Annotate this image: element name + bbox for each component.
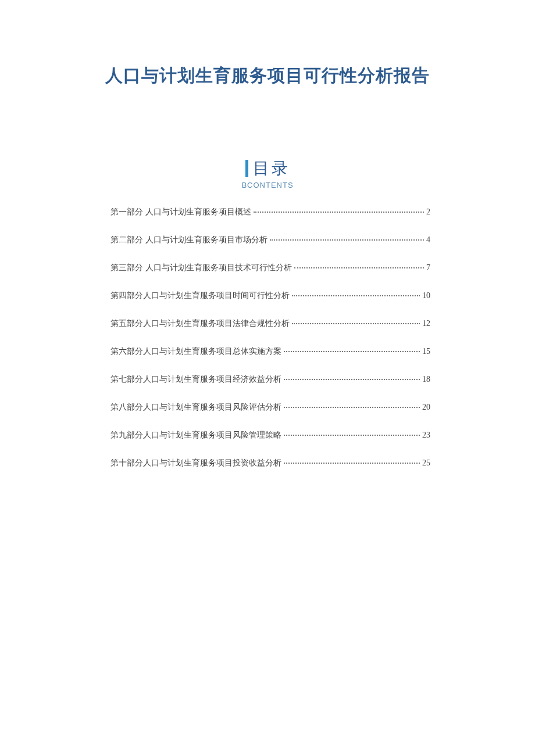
toc-item-page: 12 (422, 319, 430, 328)
toc-dots (270, 239, 425, 241)
toc-item-label: 第四部分人口与计划生育服务项目时间可行性分析 (110, 291, 290, 301)
toc-item: 第十部分人口与计划生育服务项目投资收益分析 25 (110, 458, 430, 468)
toc-item: 第四部分人口与计划生育服务项目时间可行性分析 10 (110, 291, 430, 301)
toc-item-page: 4 (426, 235, 430, 245)
toc-dots (292, 295, 420, 296)
toc-dots (292, 323, 420, 324)
toc-title-row: 目录 (245, 157, 290, 180)
toc-item-label: 第八部分人口与计划生育服务项目风险评估分析 (110, 402, 281, 413)
toc-bar-icon (245, 160, 248, 177)
toc-item-page: 23 (422, 431, 430, 440)
toc-dots (284, 379, 420, 380)
toc-item: 第九部分人口与计划生育服务项目风险管理策略 23 (110, 430, 430, 440)
toc-item-page: 10 (422, 291, 430, 300)
toc-item-page: 20 (422, 403, 430, 412)
toc-list: 第一部分 人口与计划生育服务项目概述 2 第二部分 人口与计划生育服务项目市场分… (105, 207, 430, 468)
toc-title: 目录 (253, 157, 290, 180)
toc-item: 第八部分人口与计划生育服务项目风险评估分析 20 (110, 402, 430, 413)
toc-item-page: 25 (422, 458, 430, 468)
toc-item-label: 第六部分人口与计划生育服务项目总体实施方案 (110, 346, 281, 357)
toc-item-label: 第五部分人口与计划生育服务项目法律合规性分析 (110, 318, 290, 329)
toc-item-page: 18 (422, 375, 430, 384)
page-title: 人口与计划生育服务项目可行性分析报告 (0, 0, 535, 88)
toc-item-label: 第一部分 人口与计划生育服务项目概述 (110, 207, 251, 217)
toc-item-page: 7 (426, 263, 430, 273)
toc-item-label: 第二部分 人口与计划生育服务项目市场分析 (110, 235, 268, 245)
toc-dots (284, 407, 420, 408)
toc-dots (284, 351, 420, 352)
toc-item: 第五部分人口与计划生育服务项目法律合规性分析 12 (110, 318, 430, 329)
toc-item: 第六部分人口与计划生育服务项目总体实施方案 15 (110, 346, 430, 357)
toc-subtitle: BCONTENTS (0, 181, 535, 189)
toc-dots (254, 212, 425, 213)
toc-header: 目录 BCONTENTS (0, 157, 535, 189)
toc-item-page: 2 (426, 207, 430, 217)
toc-item-label: 第十部分人口与计划生育服务项目投资收益分析 (110, 458, 281, 468)
toc-item: 第三部分 人口与计划生育服务项目技术可行性分析 7 (110, 263, 430, 273)
toc-dots (294, 267, 425, 268)
toc-dots (284, 435, 420, 436)
toc-item-page: 15 (422, 347, 430, 356)
toc-item-label: 第九部分人口与计划生育服务项目风险管理策略 (110, 430, 281, 440)
toc-item-label: 第七部分人口与计划生育服务项目经济效益分析 (110, 374, 281, 385)
toc-item: 第七部分人口与计划生育服务项目经济效益分析 18 (110, 374, 430, 385)
toc-dots (284, 463, 420, 464)
toc-item: 第一部分 人口与计划生育服务项目概述 2 (110, 207, 430, 217)
toc-item: 第二部分 人口与计划生育服务项目市场分析 4 (110, 235, 430, 245)
toc-item-label: 第三部分 人口与计划生育服务项目技术可行性分析 (110, 263, 292, 273)
